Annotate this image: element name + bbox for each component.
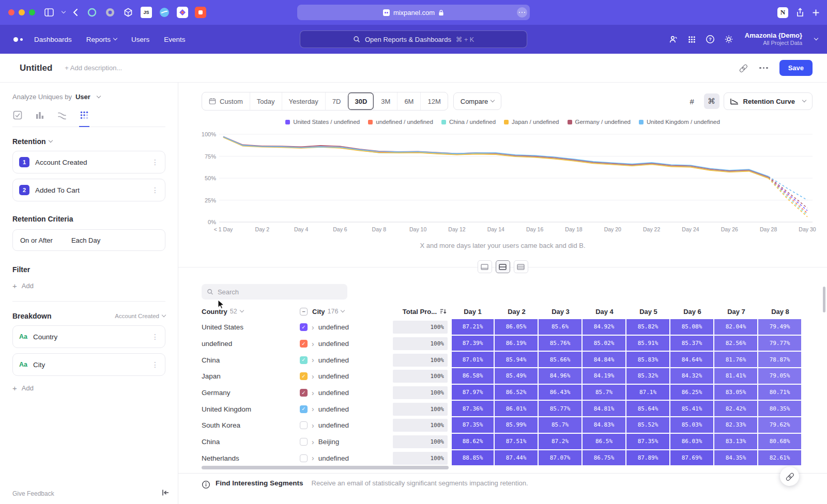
step-menu-icon[interactable]: ⋮ (151, 186, 159, 194)
legend-item-china-undefined[interactable]: China / undefined (441, 119, 496, 125)
project-switcher[interactable]: Amazonia {Demo} All Project Data (745, 32, 802, 47)
report-title[interactable]: Untitled (20, 63, 52, 73)
expand-row-icon[interactable]: › (312, 438, 314, 446)
cell-day-value[interactable]: 87.39% (451, 336, 495, 352)
cell-country[interactable]: China (202, 352, 300, 368)
column-header-day-2[interactable]: Day 2 (495, 304, 539, 319)
cell-day-value[interactable]: 84.83% (583, 417, 626, 434)
breakdown-item-city[interactable]: AaCity⋮ (12, 353, 165, 376)
cell-day-value[interactable]: 85.41% (670, 401, 714, 417)
table-search-input[interactable] (218, 288, 342, 296)
chevron-down-icon[interactable] (62, 9, 66, 13)
add-breakdown-button[interactable]: + Add (12, 384, 165, 392)
segments-title[interactable]: Find Interesting Segments (216, 479, 303, 487)
row-checkbox[interactable] (300, 454, 308, 462)
more-options-icon[interactable] (759, 67, 768, 69)
tab-funnels[interactable] (35, 110, 45, 120)
tab-retention[interactable] (79, 110, 89, 120)
cell-day-value[interactable]: 84.96% (539, 368, 583, 385)
mixpanel-logo[interactable] (12, 34, 26, 44)
cell-day-value[interactable]: 85.83% (626, 352, 670, 368)
extension-icon[interactable]: JS (141, 7, 152, 18)
cell-day-value[interactable]: 85.7% (583, 385, 626, 401)
cell-day-value[interactable]: 85.82% (626, 319, 670, 336)
legend-item-united-kingdom-undefined[interactable]: United Kingdom / undefined (639, 119, 720, 125)
tab-flows[interactable] (57, 110, 67, 120)
row-checkbox[interactable]: ✓ (300, 405, 308, 413)
cell-day-value[interactable]: 84.32% (670, 368, 714, 385)
analyze-entity-select[interactable]: User (75, 93, 90, 101)
collapse-sidebar-icon[interactable] (162, 489, 170, 498)
chevron-down-icon[interactable] (814, 36, 818, 40)
cell-day-value[interactable]: 87.36% (451, 401, 495, 417)
cell-day-value[interactable]: 84.64% (670, 352, 714, 368)
share-icon[interactable] (796, 8, 804, 17)
cell-day-value[interactable]: 87.35% (626, 434, 670, 450)
cell-day-value[interactable]: 84.81% (583, 401, 626, 417)
save-button[interactable]: Save (779, 60, 813, 76)
compare-button[interactable]: Compare (453, 92, 501, 110)
cell-city[interactable]: ✓›undefined (300, 319, 393, 336)
date-range-30d[interactable]: 30D (347, 92, 374, 110)
notion-extension-icon[interactable]: N (777, 7, 788, 18)
extension-icon[interactable] (104, 7, 116, 18)
cell-day-value[interactable]: 87.1% (626, 385, 670, 401)
cell-country[interactable]: United Kingdom (202, 401, 300, 417)
cell-day-value[interactable]: 87.44% (495, 450, 539, 467)
breakdown-item-country[interactable]: AaCountry⋮ (12, 325, 165, 348)
date-range-3m[interactable]: 3M (374, 92, 397, 110)
cell-day-value[interactable]: 85.94% (495, 352, 539, 368)
row-checkbox[interactable]: ✓ (300, 372, 308, 380)
cell-day-value[interactable]: 82.04% (714, 319, 758, 336)
cell-day-value[interactable]: 85.66% (539, 352, 583, 368)
cell-day-value[interactable]: 80.35% (758, 401, 802, 417)
breakdown-menu-icon[interactable]: ⋮ (151, 360, 159, 369)
cell-day-value[interactable]: 83.05% (714, 385, 758, 401)
date-range-custom[interactable]: Custom (202, 92, 250, 110)
minimize-window-button[interactable] (19, 9, 25, 15)
row-checkbox[interactable]: ✓ (300, 389, 308, 397)
cell-day-value[interactable]: 86.58% (451, 368, 495, 385)
chart-type-select[interactable]: Retention Curve (724, 92, 813, 110)
row-checkbox[interactable]: ✓ (300, 340, 308, 348)
date-range-7d[interactable]: 7D (325, 92, 348, 110)
cell-city[interactable]: ✓›undefined (300, 368, 393, 385)
cell-country[interactable]: United States (202, 319, 300, 336)
cell-day-value[interactable]: 85.6% (539, 319, 583, 336)
cell-day-value[interactable]: 82.33% (714, 417, 758, 434)
date-range-today[interactable]: Today (250, 92, 282, 110)
extension-icon[interactable] (159, 7, 170, 18)
cell-day-value[interactable]: 87.89% (626, 450, 670, 467)
cell-day-value[interactable]: 86.03% (670, 434, 714, 450)
cell-day-value[interactable]: 86.52% (495, 385, 539, 401)
expand-row-icon[interactable]: › (312, 389, 314, 397)
url-bar[interactable]: mixpanel.com (297, 5, 530, 20)
maximize-window-button[interactable] (29, 9, 35, 15)
share-link-fab[interactable] (780, 467, 799, 486)
nav-item-reports[interactable]: Reports (86, 36, 117, 43)
browser-sidebar-icon[interactable] (44, 8, 54, 17)
cell-country[interactable]: Japan (202, 368, 300, 385)
cell-day-value[interactable]: 88.62% (451, 434, 495, 450)
legend-item-undefined-undefined[interactable]: undefined / undefined (368, 119, 433, 125)
cell-day-value[interactable]: 86.01% (495, 401, 539, 417)
expand-row-icon[interactable]: › (312, 340, 314, 348)
cell-day-value[interactable]: 86.43% (539, 385, 583, 401)
cell-day-value[interactable]: 87.97% (451, 385, 495, 401)
annotations-button[interactable]: # (684, 93, 700, 109)
legend-item-germany-undefined[interactable]: Germany / undefined (568, 119, 631, 125)
cell-city[interactable]: ›undefined (300, 450, 393, 467)
cell-day-value[interactable]: 79.77% (758, 336, 802, 352)
cell-day-value[interactable]: 80.71% (758, 385, 802, 401)
cell-city[interactable]: ✓›undefined (300, 385, 393, 401)
column-header-day-1[interactable]: Day 1 (451, 304, 495, 319)
extension-icon[interactable] (177, 7, 188, 18)
settings-gear-icon[interactable] (724, 35, 733, 44)
row-checkbox[interactable] (300, 438, 308, 446)
apps-grid-icon[interactable] (687, 35, 696, 44)
cell-day-value[interactable]: 85.49% (495, 368, 539, 385)
browser-back-button[interactable] (72, 8, 78, 17)
criteria-operator[interactable]: On or After (20, 237, 53, 244)
date-range-6m[interactable]: 6M (397, 92, 420, 110)
cell-city[interactable]: ✓›undefined (300, 352, 393, 368)
